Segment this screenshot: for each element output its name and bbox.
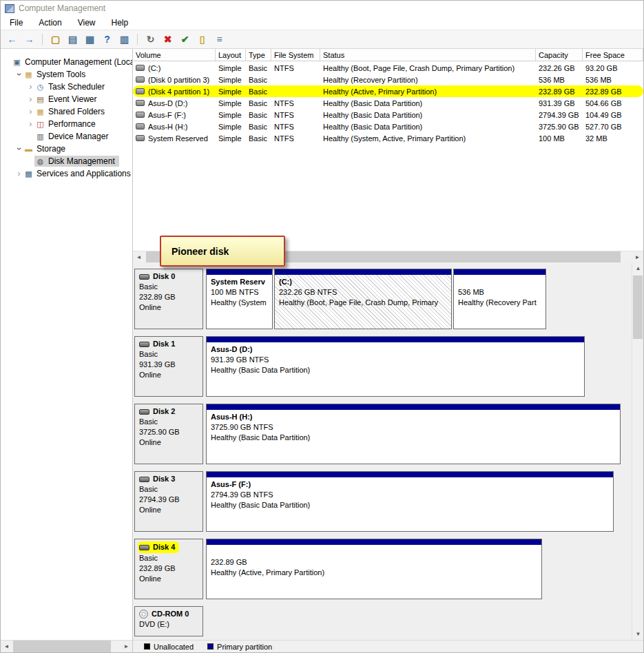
- tree-item-event-viewer[interactable]: ›▤Event Viewer: [1, 93, 132, 105]
- volume-row-c[interactable]: (C:)SimpleBasicNTFSHealthy (Boot, Page F…: [133, 62, 643, 74]
- views-icon[interactable]: ▥: [116, 32, 132, 47]
- column-header-capacity[interactable]: Capacity: [536, 49, 583, 61]
- tree-item-storage[interactable]: ›▬Storage: [1, 143, 132, 155]
- disk-info-disk-3[interactable]: Disk 3Basic2794.39 GBOnline: [134, 471, 203, 532]
- volume-row-system-reserved[interactable]: System ReservedSimpleBasicNTFSHealthy (S…: [133, 132, 643, 144]
- refresh-icon[interactable]: ↻: [143, 32, 158, 47]
- partition-disk-4-unlabeled[interactable]: 232.89 GBHealthy (Active, Primary Partit…: [206, 539, 542, 599]
- disk-info-line: 2794.39 GB: [139, 495, 198, 505]
- partition-size: 232.26 GB NTFS: [279, 287, 447, 298]
- tree-item-disk-management[interactable]: ◍Disk Management: [1, 155, 132, 167]
- volume-row-asus-d-d[interactable]: Asus-D (D:)SimpleBasicNTFSHealthy (Basic…: [133, 97, 643, 109]
- export-list-icon[interactable]: ▤: [65, 32, 81, 47]
- disk-icon: [139, 274, 149, 280]
- chevron-down-icon[interactable]: ›: [16, 71, 23, 79]
- menu-help[interactable]: Help: [110, 17, 131, 28]
- details-view-icon[interactable]: ≡: [211, 32, 227, 47]
- chevron-right-icon[interactable]: ›: [27, 83, 34, 90]
- menu-view[interactable]: View: [76, 17, 98, 28]
- tree-item-label: Device Manager: [48, 132, 110, 141]
- partition-system-reserv[interactable]: System Reserv100 MB NTFSHealthy (System: [206, 269, 273, 329]
- cell-type: Basic: [246, 87, 271, 96]
- cell-file-system: NTFS: [271, 134, 320, 143]
- tree-item-device-manager[interactable]: ▥Device Manager: [1, 130, 132, 143]
- volume-row-asus-h-h[interactable]: Asus-H (H:)SimpleBasicNTFSHealthy (Basic…: [133, 121, 643, 132]
- disk-info-cd-rom-0[interactable]: CD-ROM 0DVD (E:): [134, 606, 203, 636]
- primary-partition-color-bar: [275, 269, 451, 275]
- partition-disk-0-unlabeled[interactable]: 536 MBHealthy (Recovery Part: [453, 269, 546, 329]
- volume-row-asus-f-f[interactable]: Asus-F (F:)SimpleBasicNTFSHealthy (Basic…: [133, 109, 643, 121]
- scroll-left-icon[interactable]: ◄: [133, 251, 145, 263]
- disk-info-disk-1[interactable]: Disk 1Basic931.39 GBOnline: [134, 336, 203, 397]
- volume-icon: [136, 100, 145, 106]
- chevron-down-icon[interactable]: ›: [16, 145, 23, 153]
- tree-scroll-left-icon[interactable]: ◄: [1, 641, 12, 652]
- volume-row-disk-0-partition-3[interactable]: (Disk 0 partition 3)SimpleBasicHealthy (…: [133, 74, 643, 85]
- partition-name: Asus-H (H:): [211, 412, 616, 422]
- partition-asus-d-d[interactable]: Asus-D (D:)931.39 GB NTFSHealthy (Basic …: [206, 336, 585, 397]
- column-header-free-space[interactable]: Free Space: [583, 49, 643, 61]
- column-header-volume[interactable]: Volume: [133, 49, 216, 61]
- partition-body: 536 MBHealthy (Recovery Part: [454, 275, 546, 329]
- tree-item-body: ◍Disk Management: [34, 156, 119, 167]
- tree-item-task-scheduler[interactable]: ›◷Task Scheduler: [1, 81, 132, 93]
- tree-item-computer-management-local[interactable]: ▣Computer Management (Local: [1, 56, 132, 68]
- tree-scroll-right-icon[interactable]: ►: [121, 641, 132, 652]
- scroll-right-icon[interactable]: ►: [632, 251, 643, 263]
- new-volume-icon[interactable]: ▯: [194, 32, 210, 47]
- system-tools-icon: ▦: [23, 70, 34, 79]
- tree-scrollbar-thumb[interactable]: [13, 641, 111, 652]
- disk-scrollbar-track[interactable]: [632, 274, 643, 628]
- tree-item-body: ◷Task Scheduler: [34, 81, 109, 92]
- partition-asus-h-h[interactable]: Asus-H (H:)3725.90 GB NTFSHealthy (Basic…: [206, 404, 621, 464]
- cell-capacity: 931.39 GB: [536, 99, 583, 107]
- disk-title: Disk 4: [139, 541, 198, 553]
- chevron-right-icon[interactable]: ›: [27, 96, 34, 103]
- tree-item-performance[interactable]: ›◫Performance: [1, 118, 132, 130]
- partition-c[interactable]: (C:)232.26 GB NTFSHealthy (Boot, Page Fi…: [274, 269, 452, 329]
- help-icon[interactable]: ?: [99, 32, 115, 47]
- back-icon[interactable]: ←: [4, 32, 20, 47]
- partition-body: Asus-F (F:)2794.39 GB NTFSHealthy (Basic…: [207, 477, 613, 531]
- scroll-up-icon[interactable]: ▲: [632, 262, 643, 274]
- chevron-right-icon[interactable]: ›: [15, 170, 23, 177]
- disk-info-disk-2[interactable]: Disk 2Basic3725.90 GBOnline: [134, 404, 203, 464]
- disk-scrollbar-thumb[interactable]: [633, 276, 643, 339]
- main-pane: VolumeLayoutTypeFile SystemStatusCapacit…: [133, 49, 643, 640]
- column-header-layout[interactable]: Layout: [216, 49, 246, 61]
- legend-label: Unallocated: [154, 643, 194, 651]
- disk-vertical-scrollbar[interactable]: ▲ ▼: [632, 262, 643, 640]
- tree-item-shared-folders[interactable]: ›▦Shared Folders: [1, 105, 132, 118]
- delete-volume-icon[interactable]: ✖: [160, 32, 176, 47]
- console-tree: ▣Computer Management (Local›▦System Tool…: [1, 49, 133, 640]
- forward-icon[interactable]: →: [21, 32, 37, 47]
- legend-label: Primary partition: [217, 643, 272, 651]
- storage-icon: ▬: [23, 145, 34, 153]
- cell-free-space: 32 MB: [583, 134, 643, 143]
- disk-info-line: Online: [139, 302, 198, 313]
- cell-capacity: 3725.90 GB: [536, 123, 583, 131]
- disk-info-disk-4[interactable]: Disk 4Basic232.89 GBOnline: [134, 539, 203, 599]
- mark-partition-active-icon[interactable]: ✔: [177, 32, 193, 47]
- partition-asus-f-f[interactable]: Asus-F (F:)2794.39 GB NTFSHealthy (Basic…: [206, 471, 614, 532]
- column-header-type[interactable]: Type: [246, 49, 271, 61]
- cell-layout: Simple: [216, 76, 246, 84]
- volume-row-disk-4-partition-1[interactable]: (Disk 4 partition 1)SimpleBasicHealthy (…: [133, 85, 643, 97]
- partitions: 232.89 GBHealthy (Active, Primary Partit…: [206, 539, 542, 599]
- disk-info-line: Basic: [139, 282, 198, 292]
- chevron-right-icon[interactable]: ›: [27, 121, 34, 127]
- partitions: Asus-H (H:)3725.90 GB NTFSHealthy (Basic…: [206, 404, 621, 464]
- menu-action[interactable]: Action: [37, 17, 63, 28]
- disk-info-disk-0[interactable]: Disk 0Basic232.89 GBOnline: [134, 269, 203, 329]
- menu-file[interactable]: File: [8, 17, 25, 28]
- chevron-right-icon[interactable]: ›: [27, 108, 34, 115]
- column-header-status[interactable]: Status: [320, 49, 536, 61]
- column-header-file-system[interactable]: File System: [271, 49, 320, 61]
- tree-scrollbar-track[interactable]: [12, 641, 121, 652]
- show-console-tree-icon[interactable]: ▢: [48, 32, 63, 47]
- scroll-down-icon[interactable]: ▼: [632, 628, 643, 640]
- tree-item-services-and-applications[interactable]: ›▩Services and Applications: [1, 167, 132, 180]
- tree-item-system-tools[interactable]: ›▦System Tools: [1, 68, 132, 81]
- tree-horizontal-scrollbar[interactable]: ◄ ►: [1, 640, 133, 652]
- properties-icon[interactable]: ▦: [82, 32, 98, 47]
